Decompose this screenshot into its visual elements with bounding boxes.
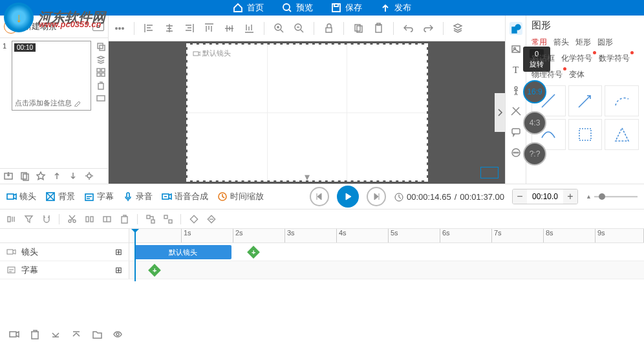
shape-arrow-line[interactable] bbox=[568, 85, 603, 116]
expand-bottom-icon[interactable] bbox=[71, 329, 81, 339]
align-middle-icon[interactable] bbox=[224, 23, 235, 34]
add-camera[interactable]: 镜头 bbox=[6, 191, 36, 202]
key-remove-icon[interactable] bbox=[206, 214, 216, 224]
aspect-4-3[interactable]: 4:3 bbox=[523, 111, 546, 134]
tab-math[interactable]: 数学符号 bbox=[599, 53, 630, 64]
keyframe-marker[interactable]: + bbox=[148, 264, 161, 277]
ungroup-icon[interactable] bbox=[163, 214, 173, 224]
track-expand-icon[interactable]: ⊞ bbox=[115, 265, 122, 275]
down-icon[interactable] bbox=[69, 171, 78, 181]
nav-publish[interactable]: 发布 bbox=[380, 2, 411, 14]
tab-chem[interactable]: 化学符号 bbox=[561, 53, 592, 64]
more-icon[interactable] bbox=[96, 94, 105, 103]
trash-icon[interactable] bbox=[96, 81, 105, 90]
align-center-icon[interactable] bbox=[164, 23, 175, 34]
up-icon[interactable] bbox=[52, 171, 62, 181]
play-button[interactable] bbox=[337, 186, 359, 208]
align-bottom-icon[interactable] bbox=[244, 23, 255, 34]
crop-tab[interactable] bbox=[510, 105, 522, 118]
zoom-minus[interactable]: − bbox=[513, 189, 527, 204]
star-icon[interactable] bbox=[36, 171, 46, 181]
aspect-16-9[interactable]: 16:9 bbox=[523, 80, 546, 103]
add-subtitle[interactable]: 字幕 bbox=[84, 191, 114, 202]
delete-clip-icon[interactable] bbox=[120, 214, 129, 224]
prev-frame[interactable] bbox=[310, 187, 329, 206]
time-warp[interactable]: 时间缩放 bbox=[217, 191, 264, 202]
tab-rect[interactable]: 矩形 bbox=[575, 37, 591, 48]
next-frame[interactable] bbox=[367, 187, 386, 206]
track-subtitle-body[interactable]: + bbox=[129, 261, 644, 279]
cut-icon[interactable] bbox=[67, 214, 77, 224]
align-left-icon[interactable] bbox=[144, 23, 155, 34]
copy-action-icon[interactable] bbox=[353, 23, 364, 34]
aspect-custom[interactable]: ?:? bbox=[523, 142, 546, 166]
settings-icon[interactable] bbox=[85, 171, 94, 181]
more-tab[interactable] bbox=[510, 146, 522, 159]
playhead[interactable] bbox=[134, 229, 136, 281]
tab-variant[interactable]: 变体 bbox=[569, 69, 585, 80]
paste-icon[interactable] bbox=[373, 23, 384, 34]
trash-bottom-icon[interactable] bbox=[30, 329, 40, 339]
split-icon[interactable] bbox=[85, 214, 94, 224]
shape-triangle[interactable] bbox=[605, 119, 639, 150]
shapes-tab[interactable] bbox=[510, 22, 522, 35]
zoom-out-icon[interactable] bbox=[294, 23, 305, 34]
tab-phys[interactable]: 物理符号 bbox=[531, 69, 563, 80]
keyframe-marker[interactable]: + bbox=[247, 246, 260, 259]
key-add-icon[interactable] bbox=[189, 214, 199, 224]
magnet-icon[interactable] bbox=[41, 214, 51, 224]
copy-icon[interactable] bbox=[96, 42, 105, 51]
nav-preview[interactable]: 预览 bbox=[282, 2, 313, 14]
import-icon[interactable] bbox=[4, 171, 14, 181]
person-tab[interactable] bbox=[510, 84, 522, 97]
layers-action-icon[interactable] bbox=[453, 23, 464, 34]
layers-icon[interactable] bbox=[96, 55, 105, 64]
tab-dialog[interactable]: 对话框 bbox=[531, 53, 555, 64]
record-video-icon[interactable] bbox=[9, 329, 19, 339]
add-record[interactable]: 录音 bbox=[123, 191, 153, 202]
more-horiz-icon[interactable] bbox=[114, 23, 125, 34]
lock-icon[interactable] bbox=[323, 23, 334, 34]
track-subtitle-head[interactable]: 字幕 ⊞ bbox=[0, 261, 129, 279]
zoom-plus[interactable]: + bbox=[563, 189, 577, 204]
tab-arrow[interactable]: 箭头 bbox=[553, 37, 569, 48]
scene-note[interactable]: 点击添加备注信息 bbox=[15, 98, 81, 108]
add-tts[interactable]: 语音合成 bbox=[162, 191, 208, 202]
filter-icon[interactable] bbox=[24, 214, 34, 224]
canvas-stage[interactable]: 默认镜头 ▾ 0 旋转 16:9 4:3 ?:? bbox=[109, 41, 505, 184]
scene-thumbnail[interactable]: 00:10 点击添加备注信息 bbox=[12, 41, 91, 111]
track-camera-head[interactable]: 镜头 ⊞ bbox=[0, 243, 129, 261]
image-tab[interactable] bbox=[510, 43, 522, 56]
frame-preview[interactable] bbox=[480, 167, 499, 178]
zoom-slider[interactable]: ▲ bbox=[586, 193, 638, 200]
text-tab[interactable]: T bbox=[510, 63, 522, 76]
snap-icon[interactable] bbox=[6, 214, 16, 224]
collapse-icon[interactable] bbox=[50, 329, 61, 339]
merge-icon[interactable] bbox=[102, 214, 112, 224]
nav-home[interactable]: 首页 bbox=[233, 2, 264, 14]
tab-circle[interactable]: 圆形 bbox=[597, 37, 613, 48]
chevron-down-icon[interactable]: ▾ bbox=[305, 171, 310, 183]
tab-common[interactable]: 常用 bbox=[531, 37, 547, 48]
add-background[interactable]: 背景 bbox=[45, 191, 75, 202]
expand-right-tab[interactable] bbox=[495, 93, 505, 132]
folder-icon[interactable] bbox=[92, 329, 102, 339]
eye-icon[interactable] bbox=[113, 329, 123, 339]
undo-icon[interactable] bbox=[403, 23, 414, 34]
duplicate-icon[interactable] bbox=[20, 171, 30, 181]
grid-icon[interactable] bbox=[96, 68, 105, 77]
track-camera-body[interactable]: 默认镜头 + bbox=[129, 243, 644, 261]
canvas[interactable]: 默认镜头 ▾ bbox=[188, 45, 427, 180]
redo-icon[interactable] bbox=[423, 23, 434, 34]
shape-dashed-rect[interactable] bbox=[568, 119, 603, 150]
shape-arc[interactable] bbox=[605, 85, 639, 116]
camera-clip[interactable]: 默认镜头 bbox=[134, 245, 231, 259]
align-right-icon[interactable] bbox=[184, 23, 195, 34]
nav-save[interactable]: 保存 bbox=[331, 2, 362, 14]
align-top-icon[interactable] bbox=[204, 23, 215, 34]
timeline-ruler[interactable]: 1s 2s 3s 4s 5s 6s 7s 8s 9s 10 bbox=[129, 229, 644, 242]
zoom-in-icon[interactable] bbox=[274, 23, 284, 34]
speech-tab[interactable] bbox=[510, 125, 522, 138]
group-icon[interactable] bbox=[145, 214, 155, 224]
track-expand-icon[interactable]: ⊞ bbox=[115, 247, 122, 257]
